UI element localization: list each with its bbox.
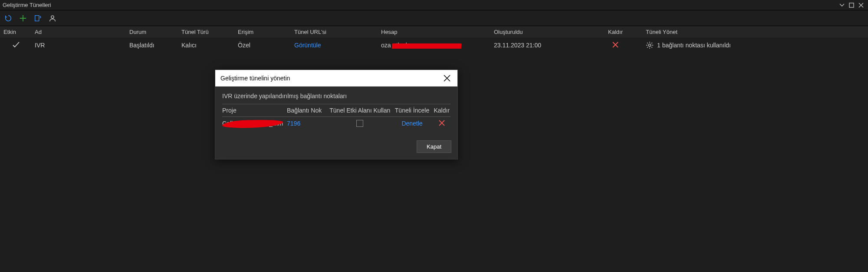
modal-title-bar: Geliştirme tünelini yönetin xyxy=(215,70,457,86)
gear-icon xyxy=(646,41,654,49)
svg-rect-0 xyxy=(849,3,854,7)
modal-cell-proje: CallA_tor__ration_Sim xyxy=(222,120,287,127)
header-erisim: Erişim xyxy=(238,29,294,35)
svg-rect-1 xyxy=(35,15,39,21)
modal-table-row: CallA_tor__ration_Sim 7196 Denetle xyxy=(222,117,450,130)
header-kaldir: Kaldır xyxy=(589,29,641,35)
cell-tur: Kalıcı xyxy=(181,42,238,49)
remove-icon[interactable] xyxy=(589,42,641,48)
modal-title: Geliştirme tünelini yönetin xyxy=(220,75,290,82)
title-bar: Geliştirme Tünelleri xyxy=(0,0,868,10)
close-icon[interactable] xyxy=(857,1,865,10)
modal-header-domain: Tünel Etki Alanı Kullan xyxy=(329,107,391,114)
modal-header-remove: Kaldır xyxy=(433,107,450,114)
modal-close-icon[interactable] xyxy=(442,73,452,83)
inspect-tunnel-link[interactable]: Denetle xyxy=(391,120,433,127)
toolbar xyxy=(0,10,868,26)
modal-table-header: Proje Bağlantı Nok Tünel Etki Alanı Kull… xyxy=(222,104,450,117)
edit-env-icon[interactable] xyxy=(33,13,43,23)
dropdown-icon[interactable] xyxy=(838,1,846,10)
header-durum: Durum xyxy=(129,29,181,35)
header-etkin: Etkin xyxy=(3,29,30,35)
cell-durum: Başlatıldı xyxy=(129,42,181,49)
cell-olustur: 23.11.2023 21:00 xyxy=(494,42,589,49)
header-olustur: Oluşturuldu xyxy=(494,29,589,35)
refresh-icon[interactable] xyxy=(3,13,13,23)
modal-header-proje: Proje xyxy=(222,107,287,114)
manage-tunnel-label: 1 bağlantı noktası kullanıldı xyxy=(657,42,731,49)
header-ad: Ad xyxy=(30,29,129,35)
modal-header-inspect: Tüneli İncele xyxy=(391,107,433,114)
header-yonet: Tüneli Yönet xyxy=(641,29,806,35)
modal-remove-icon[interactable] xyxy=(433,120,450,126)
user-icon[interactable] xyxy=(48,13,57,23)
cell-ad: IVR xyxy=(30,42,129,49)
maximize-icon[interactable] xyxy=(847,1,856,10)
svg-point-2 xyxy=(51,16,54,18)
close-button[interactable]: Kapat xyxy=(417,140,451,153)
window-title: Geliştirme Tünelleri xyxy=(3,2,51,8)
header-url: Tünel URL'si xyxy=(294,29,381,35)
header-hesap: Hesap xyxy=(381,29,494,35)
use-tunnel-domain-checkbox[interactable] xyxy=(356,120,363,127)
tunnel-url-link[interactable]: Görüntüle xyxy=(294,42,381,49)
modal-subtitle: IVR üzerinde yapılandırılmış bağlantı no… xyxy=(222,93,450,100)
cell-hesap: oza utlook xyxy=(381,42,494,49)
modal-header-port: Bağlantı Nok xyxy=(287,107,329,114)
header-tur: Tünel Türü xyxy=(181,29,238,35)
cell-erisim: Özel xyxy=(238,42,294,49)
manage-tunnel-modal: Geliştirme tünelini yönetin IVR üzerinde… xyxy=(215,70,458,159)
table-row[interactable]: IVR Başlatıldı Kalıcı Özel Görüntüle oza… xyxy=(0,38,868,52)
add-icon[interactable] xyxy=(18,13,28,23)
modal-cell-port[interactable]: 7196 xyxy=(287,120,329,127)
modal-footer: Kapat xyxy=(215,136,457,159)
table-header: Etkin Ad Durum Tünel Türü Erişim Tünel U… xyxy=(0,26,868,38)
checkmark-icon xyxy=(3,41,20,49)
manage-tunnel-button[interactable]: 1 bağlantı noktası kullanıldı xyxy=(646,41,731,49)
svg-point-3 xyxy=(648,44,651,46)
